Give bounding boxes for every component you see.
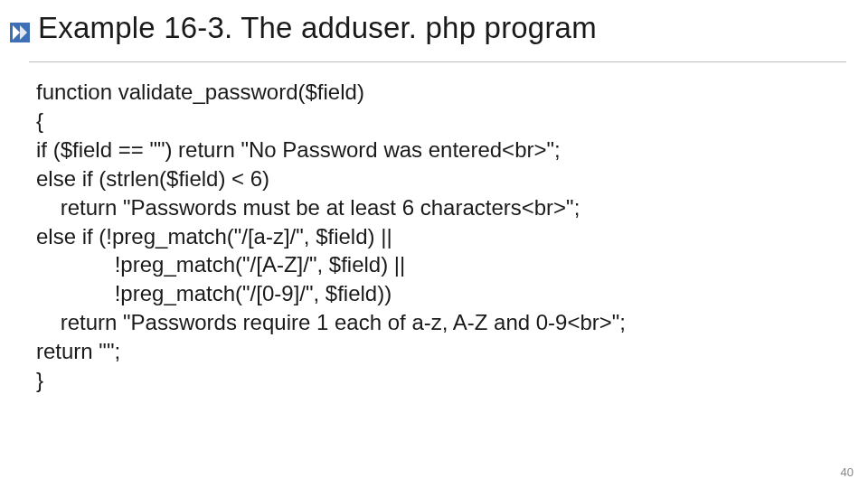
code-line: else if (!preg_match("/[a-z]/", $field) … [36, 224, 392, 249]
code-block: function validate_password($field) { if … [36, 78, 832, 395]
code-line: return "Passwords must be at least 6 cha… [36, 195, 580, 220]
title-bullet-icon [9, 22, 31, 43]
code-line: function validate_password($field) [36, 80, 364, 104]
title-divider [29, 61, 846, 62]
code-line: !preg_match("/[A-Z]/", $field) || [36, 252, 405, 277]
code-line: return "Passwords require 1 each of a-z,… [36, 310, 626, 334]
code-line: else if (strlen($field) < 6) [36, 166, 269, 191]
code-line: return ""; [36, 339, 120, 363]
slide-title: Example 16-3. The adduser. php program [38, 11, 597, 45]
code-line: !preg_match("/[0-9]/", $field)) [36, 281, 392, 305]
code-line: { [36, 108, 43, 133]
slide: Example 16-3. The adduser. php program f… [0, 0, 868, 488]
code-line: } [36, 368, 43, 392]
code-line: if ($field == "") return "No Password wa… [36, 137, 561, 162]
page-number: 40 [841, 465, 854, 479]
